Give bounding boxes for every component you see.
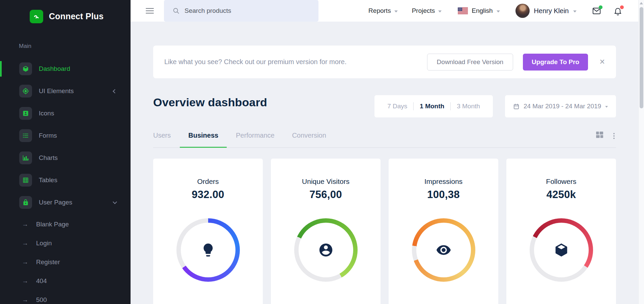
content-area: Like what you see? Check out our premium… [131,22,638,304]
sidebar-item-label: User Pages [39,199,72,206]
arrow-right-icon: → [22,258,29,266]
us-flag-icon [458,7,468,14]
scroll-up-arrow-icon[interactable] [640,2,643,4]
main-area: Reports Projects English Henry Klein [131,0,638,304]
filter-7-days[interactable]: 7 Days [387,103,407,110]
user-name: Henry Klein [534,7,569,15]
list-icon [19,129,32,142]
promo-banner: Like what you see? Check out our premium… [153,46,616,78]
avatar [515,4,530,18]
stat-title: Followers [506,177,616,186]
orders-donut-gauge [176,218,240,282]
orders-card: Orders 932.00 [153,159,263,304]
notifications-button[interactable] [613,6,622,16]
cube-icon [19,62,32,75]
caret-down-icon [605,106,608,108]
tab-users[interactable]: Users [153,129,171,147]
sidebar-item-label: Forms [39,132,57,139]
sidebar-item-label: Dashboard [39,65,70,73]
brand[interactable]: Connect Plus [0,0,131,33]
arrow-right-icon: → [22,240,29,247]
sidebar-subitem-login[interactable]: → Login [0,234,131,253]
sidebar-subitem-404[interactable]: → 404 [0,272,131,291]
sidebar-section-label: Main [0,43,131,50]
filter-3-month[interactable]: 3 Month [457,103,480,110]
divider [413,102,414,110]
impressions-donut-gauge [412,218,475,282]
vertical-scrollbar[interactable] [638,0,644,304]
table-grid-icon [19,174,32,187]
crosshairs-icon [19,85,32,98]
caret-down-icon [497,10,500,12]
sidebar-item-icons[interactable]: Icons [0,102,131,125]
tab-performance[interactable]: Performance [236,129,275,147]
tab-conversion[interactable]: Conversion [292,129,326,147]
search-box [164,0,318,22]
top-navbar: Reports Projects English Henry Klein [131,0,638,22]
sidebar-item-forms[interactable]: Forms [0,125,131,147]
sidebar-subnav: → Blank Page → Login → Register → 404 → … [0,215,131,304]
date-range-picker[interactable]: 24 Mar 2019 - 24 Mar 2019 [505,95,616,117]
date-range-text: 24 Mar 2019 - 24 Mar 2019 [524,103,601,110]
stat-title: Orders [153,177,263,186]
overview-header: Overview dashboard 7 Days 1 Month 3 Mont… [153,95,616,117]
caret-down-icon [394,10,398,12]
search-input[interactable] [185,7,306,15]
impressions-card: Impressions 100,38 [389,159,498,304]
followers-card: Followers 4250k [506,159,616,304]
overview-tabs: Users Business Performance Conversion [153,129,616,148]
arrow-right-icon: → [22,277,29,285]
search-icon [173,7,179,14]
chevron-down-icon [113,200,117,204]
sidebar-item-label: Icons [39,110,54,117]
close-icon[interactable]: × [599,57,605,66]
sidebar-item-label: Tables [39,176,57,184]
time-filter-group: 7 Days 1 Month 3 Month [374,95,493,117]
eye-icon [436,242,451,258]
sidebar-item-dashboard[interactable]: Dashboard [0,58,131,80]
stat-value: 756,00 [271,189,381,201]
brand-name: Connect Plus [49,11,104,21]
grid-view-icon[interactable] [595,131,604,141]
scrollbar-thumb[interactable] [640,7,643,108]
messages-button[interactable] [592,6,601,16]
chevron-left-icon [113,89,117,93]
projects-menu[interactable]: Projects [412,7,442,15]
followers-donut-gauge [530,218,593,282]
brand-logo-icon [30,10,43,23]
bar-chart-icon [19,151,32,164]
lightbulb-icon [200,242,216,258]
sidebar-subitem-500[interactable]: → 500 [0,291,131,304]
download-free-version-button[interactable]: Download Free Version [427,54,513,71]
sidebar-nav: Dashboard UI Elements Icons Forms Cha [0,58,131,214]
tab-business[interactable]: Business [188,129,218,147]
divider [450,102,451,110]
user-circle-icon [318,242,334,258]
sidebar-item-charts[interactable]: Charts [0,147,131,169]
filter-1-month[interactable]: 1 Month [420,103,444,110]
sidebar-subitem-register[interactable]: → Register [0,253,131,272]
user-menu[interactable]: Henry Klein [515,4,577,18]
stat-title: Impressions [389,177,498,186]
stat-title: Unique Visitors [271,177,381,186]
sidebar-item-user-pages[interactable]: User Pages [0,191,131,214]
more-options-icon[interactable] [612,132,616,140]
stat-value: 4250k [506,189,616,201]
navbar-right: Reports Projects English Henry Klein [368,4,638,18]
unique-visitors-donut-gauge [294,218,358,282]
language-selector[interactable]: English [458,7,500,15]
reports-menu[interactable]: Reports [368,7,398,15]
sidebar-subitem-blank-page[interactable]: → Blank Page [0,215,131,234]
sidebar: Connect Plus Main Dashboard UI Elements … [0,0,131,304]
caret-down-icon [573,10,577,12]
stat-value: 100,38 [389,189,498,201]
hamburger-menu-icon[interactable] [146,8,154,13]
notification-badge [620,5,624,9]
upgrade-to-pro-button[interactable]: Upgrade To Pro [523,54,588,71]
lock-icon [19,196,32,209]
banner-text: Like what you see? Check out our premium… [164,58,427,66]
sidebar-item-ui-elements[interactable]: UI Elements [0,80,131,102]
sidebar-item-tables[interactable]: Tables [0,169,131,191]
contact-card-icon [19,107,32,120]
stat-cards: Orders 932.00 Unique Visitors 756,00 Imp… [153,159,616,304]
